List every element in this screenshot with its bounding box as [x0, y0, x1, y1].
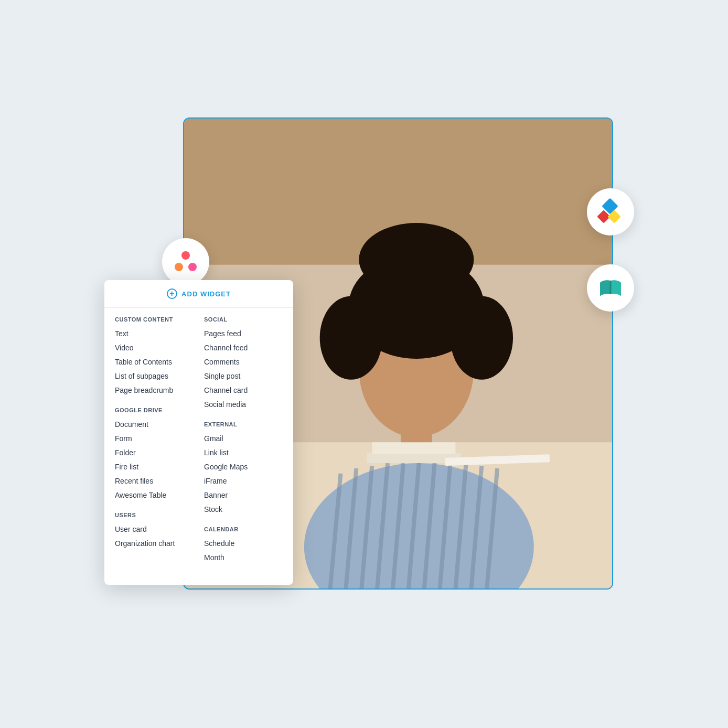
svg-point-25	[181, 251, 190, 260]
menu-item-banner[interactable]: Banner	[204, 488, 283, 502]
menu-item-iframe[interactable]: iFrame	[204, 474, 283, 488]
section-social: SOCIAL Pages feed Channel feed Comments …	[204, 316, 283, 412]
menu-item-document[interactable]: Document	[115, 417, 194, 432]
menu-item-link-list[interactable]: Link list	[204, 446, 283, 460]
section-title-external: EXTERNAL	[204, 421, 283, 427]
section-title-social: SOCIAL	[204, 316, 283, 323]
svg-point-20	[451, 296, 513, 379]
add-widget-button[interactable]: + ADD WIDGET	[104, 280, 293, 308]
column-left: CUSTOM CONTENT Text Video Table of Conte…	[115, 316, 194, 574]
section-custom-content: CUSTOM CONTENT Text Video Table of Conte…	[115, 316, 194, 398]
main-scene: CUSTOM WIDGET	[89, 76, 639, 652]
section-title-users: USERS	[115, 512, 194, 518]
widget-dropdown-menu: + ADD WIDGET CUSTOM CONTENT Text Video T…	[104, 280, 293, 585]
menu-item-org-chart[interactable]: Organization chart	[115, 537, 194, 551]
menu-item-comments[interactable]: Comments	[204, 355, 283, 369]
menu-item-recent-files[interactable]: Recent files	[115, 474, 194, 488]
svg-rect-31	[610, 281, 612, 294]
menu-item-text[interactable]: Text	[115, 327, 194, 341]
section-title-google-drive: GOOGLE DRIVE	[115, 407, 194, 413]
svg-point-21	[359, 223, 474, 296]
menu-item-page-breadcrumb[interactable]: Page breadcrumb	[115, 383, 194, 398]
menu-item-social-media[interactable]: Social media	[204, 398, 283, 412]
menu-item-single-post[interactable]: Single post	[204, 369, 283, 383]
menu-item-google-maps[interactable]: Google Maps	[204, 460, 283, 474]
menu-item-fire-list[interactable]: Fire list	[115, 460, 194, 474]
plus-circle-icon: +	[167, 288, 177, 299]
svg-point-26	[175, 263, 183, 271]
asana-dots-icon	[174, 251, 198, 272]
section-title-calendar: CALENDAR	[204, 526, 283, 532]
menu-item-video[interactable]: Video	[115, 341, 194, 355]
menu-item-folder[interactable]: Folder	[115, 446, 194, 460]
asana-circle-icon	[162, 238, 209, 285]
menu-item-channel-feed[interactable]: Channel feed	[204, 341, 283, 355]
menu-item-schedule[interactable]: Schedule	[204, 537, 283, 551]
menu-item-awesome-table[interactable]: Awesome Table	[115, 488, 194, 502]
menu-item-pages-feed[interactable]: Pages feed	[204, 327, 283, 341]
diamond-circle-icon	[587, 188, 634, 235]
add-widget-label: ADD WIDGET	[181, 290, 231, 298]
menu-item-form[interactable]: Form	[115, 432, 194, 446]
menu-content: CUSTOM CONTENT Text Video Table of Conte…	[104, 308, 293, 574]
diamond-shapes-icon	[597, 198, 624, 226]
menu-item-table-of-contents[interactable]: Table of Contents	[115, 355, 194, 369]
svg-point-19	[320, 296, 382, 379]
section-external: EXTERNAL Gmail Link list Google Maps iFr…	[204, 421, 283, 517]
section-users: USERS User card Organization chart	[115, 512, 194, 551]
svg-point-27	[188, 263, 197, 271]
menu-item-stock[interactable]: Stock	[204, 502, 283, 517]
section-title-custom-content: CUSTOM CONTENT	[115, 316, 194, 323]
section-calendar: CALENDAR Schedule Month	[204, 526, 283, 565]
menu-item-gmail[interactable]: Gmail	[204, 432, 283, 446]
menu-item-list-subpages[interactable]: List of subpages	[115, 369, 194, 383]
section-google-drive: GOOGLE DRIVE Document Form Folder Fire l…	[115, 407, 194, 502]
menu-item-month[interactable]: Month	[204, 551, 283, 565]
svg-rect-23	[372, 442, 455, 454]
book-icon	[597, 276, 624, 299]
column-right: SOCIAL Pages feed Channel feed Comments …	[204, 316, 283, 574]
book-circle-icon	[587, 264, 634, 312]
menu-item-user-card[interactable]: User card	[115, 522, 194, 537]
menu-item-channel-card[interactable]: Channel card	[204, 383, 283, 398]
